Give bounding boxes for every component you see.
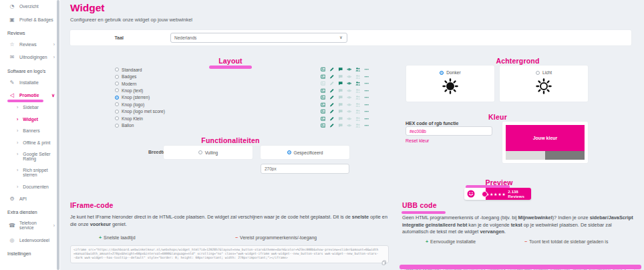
sidebar-item-uitnodigingen[interactable]: ✉Uitnodigingen› xyxy=(0,51,60,63)
radio-knop-text[interactable] xyxy=(115,88,119,92)
sidebar-item-telefoon-service[interactable]: ☎Telefoon service› xyxy=(0,217,60,233)
background-option-licht[interactable]: Licht xyxy=(500,65,588,102)
iframe-code: <iframe src="https://dashboard.webwinkel… xyxy=(73,248,380,260)
sidebar-section-label: Instellingen xyxy=(0,247,60,259)
sidebar-item-installatie[interactable]: ✎Installatie xyxy=(0,76,60,89)
layout-option-knop-text[interactable]: Knop (text) xyxy=(115,87,391,94)
radio-badges[interactable] xyxy=(115,75,119,79)
more-icon[interactable] xyxy=(364,102,369,108)
pencil-icon[interactable] xyxy=(329,116,335,122)
ubb-pro-bullet: +Eenvoudige installatie xyxy=(426,239,476,244)
users-icon xyxy=(355,88,361,94)
layout-option-standaard[interactable]: Standaard xyxy=(115,66,391,73)
users-icon xyxy=(355,109,361,114)
image-icon[interactable] xyxy=(321,95,326,100)
chat-icon[interactable] xyxy=(338,67,343,72)
layout-option-knop-sterren[interactable]: Knop (sterren) xyxy=(115,94,391,101)
image-icon[interactable] xyxy=(321,109,326,114)
sidebar-item-ledenvoordeel[interactable]: ◎Ledenvoordeel xyxy=(0,234,60,247)
sidebar-subitem-sidebar[interactable]: ›Sidebar xyxy=(0,102,60,113)
hex-code-label: HEX code of rgb functie xyxy=(406,121,458,126)
copy-icon[interactable] xyxy=(381,256,387,261)
sidebar-item-profiel-badges[interactable]: ▣Profiel & Badges xyxy=(0,13,60,25)
pencil-icon[interactable] xyxy=(329,74,335,80)
more-icon[interactable] xyxy=(364,67,369,72)
sidebar-subitem-google-seller-rating[interactable]: ›Google Seller Rating xyxy=(0,148,60,164)
users-icon xyxy=(355,116,361,122)
more-icon[interactable] xyxy=(364,95,369,100)
radio-knop-sterren[interactable] xyxy=(115,96,119,100)
pencil-icon[interactable] xyxy=(329,95,335,100)
layout-option-label: Knop Klein xyxy=(122,116,143,121)
sidebar-subitem-banners[interactable]: ›Banners xyxy=(0,125,60,136)
color-preview-card: Jouw kleur xyxy=(502,122,588,163)
radio-gespecificeerd[interactable] xyxy=(287,150,291,154)
more-icon[interactable] xyxy=(364,74,369,80)
width-value-input[interactable] xyxy=(261,164,349,174)
more-icon[interactable] xyxy=(364,123,369,128)
radio-donker[interactable] xyxy=(440,71,444,75)
sidebar-subitem-documenten[interactable]: ›Documenten xyxy=(0,181,60,192)
language-select[interactable]: Nederlands xyxy=(170,33,347,43)
image-icon[interactable] xyxy=(321,74,326,80)
image-icon[interactable] xyxy=(321,123,326,128)
eye-icon[interactable] xyxy=(347,67,352,72)
layout-option-knop-logo-met-score[interactable]: Knop (logo met score) xyxy=(115,108,391,115)
more-icon[interactable] xyxy=(364,109,369,114)
layout-option-actions xyxy=(321,74,369,80)
widget-preview[interactable]: ★★★★★ 2.138 Reviews xyxy=(464,188,531,200)
sidebar-item-label: Uitnodigingen xyxy=(19,55,47,59)
sidebar-item-reviews[interactable]: ☆Reviews› xyxy=(0,38,60,51)
radio-modern[interactable] xyxy=(115,82,119,86)
sidebar-subitem-rich-snippet-sterren[interactable]: ›Rich snippet sterren xyxy=(0,164,60,180)
sidebar-item-label: Telefoon service xyxy=(19,221,49,230)
radio-licht[interactable] xyxy=(536,71,540,75)
more-icon[interactable] xyxy=(364,88,369,94)
reset-kleur-link[interactable]: Reset kleur xyxy=(406,138,429,143)
sidebar-section-label: Software en logo's xyxy=(0,64,60,76)
layout-option-knop-klein[interactable]: Knop Klein xyxy=(115,115,391,122)
sidebar-item-label: Promotie xyxy=(19,93,39,98)
sidebar-item-overzicht[interactable]: ◔Overzicht xyxy=(0,0,60,13)
radio-ballon[interactable] xyxy=(115,124,119,128)
sidebar-subitem-offline-print[interactable]: ›Offline & print xyxy=(0,136,60,148)
sidebar-item-api[interactable]: ⚙API xyxy=(0,192,60,205)
layout-option-badges[interactable]: Badges xyxy=(115,73,391,80)
eye-icon[interactable] xyxy=(347,81,352,86)
color-strips xyxy=(506,151,585,160)
radio-knop-klein[interactable] xyxy=(115,116,119,120)
sidebar-item-promotie[interactable]: ◁Promotie∨ xyxy=(0,89,60,102)
layout-option-knop-logo[interactable]: Knop (logo) xyxy=(115,101,391,108)
pencil-icon[interactable] xyxy=(329,67,335,72)
users-icon[interactable] xyxy=(355,81,361,86)
pencil-icon[interactable] xyxy=(329,123,335,128)
width-option-gespecificeerd[interactable]: Gespecificeerd xyxy=(261,146,349,159)
layout-option-modern[interactable]: Modern xyxy=(115,80,391,87)
radio-knop-logo[interactable] xyxy=(115,102,119,106)
sidebar-subitem-widget[interactable]: ›Widget xyxy=(0,114,60,125)
iframe-code-box[interactable]: <iframe src="https://dashboard.webwinkel… xyxy=(70,245,389,263)
breedte-label: Breedte xyxy=(112,150,166,154)
sidebar-subitem-label: Documenten xyxy=(23,184,49,189)
image-icon[interactable] xyxy=(321,67,326,72)
width-option-vulling[interactable]: Vulling xyxy=(164,146,253,159)
radio-standaard[interactable] xyxy=(115,68,119,72)
image-icon[interactable] xyxy=(321,102,326,108)
language-label: Taal xyxy=(97,35,124,40)
sidebar-scrollbar[interactable] xyxy=(57,0,59,270)
image-icon[interactable] xyxy=(321,88,326,94)
eye-icon xyxy=(347,123,352,128)
chat-icon[interactable] xyxy=(338,81,343,86)
image-icon[interactable] xyxy=(321,116,326,122)
background-option-donker[interactable]: Donker xyxy=(406,65,494,102)
users-icon[interactable] xyxy=(355,67,361,72)
radio-knop-logo-met-score[interactable] xyxy=(115,110,119,114)
pencil-icon[interactable] xyxy=(329,102,335,108)
more-icon[interactable] xyxy=(364,116,369,122)
layout-option-ballon[interactable]: Ballon xyxy=(115,122,391,129)
radio-vulling[interactable] xyxy=(198,150,202,154)
pencil-icon[interactable] xyxy=(329,88,335,94)
pencil-icon[interactable] xyxy=(329,109,335,114)
more-icon[interactable] xyxy=(364,81,369,86)
hex-code-input[interactable] xyxy=(406,126,492,136)
